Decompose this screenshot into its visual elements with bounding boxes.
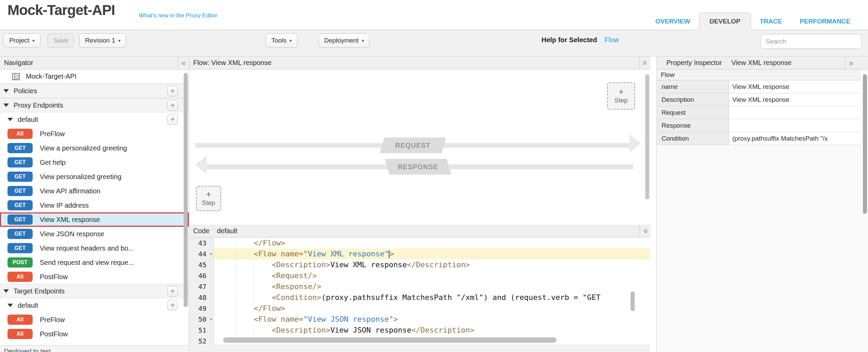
- code-fold-icon[interactable]: ▾: [210, 249, 212, 259]
- code-line-44[interactable]: 44▾<Flow name="View XML response">: [189, 249, 650, 259]
- property-value-field[interactable]: (proxy.pathsuffix MatchesPath "/x: [729, 132, 861, 145]
- nav-row-label: View XML response: [40, 216, 100, 224]
- code-panel-title: Code: [193, 227, 210, 235]
- chevron-down-icon: ▾: [118, 38, 121, 43]
- navigator-header: Navigator «: [0, 57, 189, 69]
- property-label: Description: [657, 93, 729, 106]
- expanded-triangle-icon[interactable]: [7, 304, 13, 307]
- code-line-45[interactable]: 45<Description>View XML response</Descri…: [189, 259, 650, 270]
- expanded-triangle-icon[interactable]: [3, 289, 9, 293]
- expanded-triangle-icon[interactable]: [3, 103, 9, 107]
- nav-row-view-xml-response[interactable]: GETView XML response: [0, 212, 189, 227]
- save-button[interactable]: Save: [48, 33, 74, 48]
- flow-canvas-scrollbar[interactable]: [645, 74, 649, 199]
- code-line-46[interactable]: 46<Request/>: [189, 270, 650, 281]
- help-flow-link[interactable]: Flow: [604, 36, 619, 44]
- nav-row-send-request-and-view-reque[interactable]: POSTSend request and view reque...: [0, 255, 189, 270]
- verb-badge-get: GET: [7, 172, 33, 182]
- search-input[interactable]: [761, 34, 862, 49]
- nav-row-preflow[interactable]: AllPreFlow: [0, 127, 189, 141]
- code-horizontal-scrollbar[interactable]: [223, 337, 556, 343]
- code-vertical-scrollbar[interactable]: [631, 291, 635, 311]
- nav-row-view-json-response[interactable]: GETView JSON response: [0, 227, 189, 241]
- verb-badge-post: POST: [7, 257, 33, 268]
- nav-row-get-help[interactable]: GETGet help: [0, 155, 189, 170]
- inspector-scrollbar[interactable]: [863, 74, 867, 214]
- nav-row-label: default: [18, 302, 38, 309]
- expanded-triangle-icon[interactable]: [7, 118, 13, 121]
- nav-row-mock-target-api[interactable]: Mock-Target-API: [0, 69, 189, 84]
- main-area: Navigator « Mock-Target-APIPolicies+Prox…: [0, 57, 868, 352]
- collapse-navigator-icon[interactable]: «: [178, 57, 189, 69]
- code-token: View JSON response: [330, 326, 411, 334]
- deployment-menu-label: Deployment: [324, 37, 358, 44]
- expanded-triangle-icon[interactable]: [3, 89, 9, 93]
- nav-row-proxy-endpoints[interactable]: Proxy Endpoints+: [0, 98, 189, 112]
- chevron-down-icon: ▾: [289, 38, 292, 43]
- code-editor[interactable]: 43</Flow>44▾<Flow name="View XML respons…: [189, 238, 650, 345]
- nav-row-view-request-headers-and-bo[interactable]: GETView request headers and bo...: [0, 241, 189, 255]
- code-line-48[interactable]: 48<Condition>(proxy.pathsuffix MatchesPa…: [189, 292, 650, 303]
- property-value-field[interactable]: View XML response: [729, 93, 861, 106]
- line-number: 44▾: [189, 249, 214, 259]
- property-value-field[interactable]: [729, 106, 861, 119]
- collapse-code-panel-icon[interactable]: «: [639, 225, 650, 237]
- add-default-button[interactable]: +: [167, 114, 178, 125]
- property-value-field[interactable]: View XML response: [729, 80, 861, 93]
- nav-row-default[interactable]: default+: [0, 112, 189, 127]
- property-value-field[interactable]: [729, 119, 861, 132]
- add-policies-button[interactable]: +: [167, 86, 178, 96]
- nav-row-postflow[interactable]: AllPostFlow: [0, 270, 189, 284]
- nav-row-view-personalized-greeting[interactable]: GETView personalized greeting: [0, 170, 189, 184]
- verb-badge-all: All: [7, 129, 33, 139]
- property-inspector-header: Property Inspector View XML response »: [657, 57, 868, 69]
- code-line-50[interactable]: 50▾<Flow name="View JSON response">: [189, 314, 650, 325]
- tab-performance[interactable]: PERFORMANCE: [791, 13, 859, 30]
- request-arrowhead: [629, 134, 641, 153]
- revision-menu-button[interactable]: Revision 1 ▾: [79, 33, 126, 48]
- nav-row-preflow[interactable]: AllPreFlow: [0, 313, 189, 327]
- add-target-endpoints-button[interactable]: +: [167, 286, 178, 297]
- nav-row-default[interactable]: default+: [0, 298, 189, 313]
- add-default-button[interactable]: +: [167, 300, 178, 310]
- verb-badge-get: GET: [7, 186, 33, 196]
- nav-row-postflow[interactable]: AllPostFlow: [0, 327, 189, 341]
- add-proxy-endpoints-button[interactable]: +: [167, 100, 178, 111]
- tools-menu-button[interactable]: Tools ▾: [266, 33, 298, 48]
- code-line-43[interactable]: 43</Flow>: [189, 238, 650, 249]
- code-endpoint-tab[interactable]: default: [217, 227, 237, 235]
- deployment-menu-button[interactable]: Deployment ▾: [318, 33, 370, 48]
- code-line-51[interactable]: 51<Description>View JSON response</Descr…: [189, 325, 650, 336]
- line-number: 45: [189, 259, 214, 270]
- code-fold-icon[interactable]: ▾: [210, 314, 212, 325]
- nav-row-view-ip-address[interactable]: GETView IP address: [0, 198, 189, 212]
- code-line-content: <Flow name="View JSON response">: [214, 314, 650, 325]
- help-for-selected: Help for Selected Flow: [541, 36, 619, 44]
- column-gap: [650, 57, 656, 352]
- project-menu-button[interactable]: Project ▾: [3, 33, 40, 48]
- nav-row-target-endpoints[interactable]: Target Endpoints+: [0, 284, 189, 298]
- whats-new-link[interactable]: What's new in the Proxy Editor: [139, 12, 217, 19]
- response-banner: RESPONSE: [385, 159, 451, 175]
- add-step-button-request[interactable]: + Step: [607, 82, 635, 110]
- indent-guide: [236, 303, 236, 314]
- nav-row-policies[interactable]: Policies+: [0, 84, 189, 98]
- line-number: 48: [189, 292, 214, 303]
- code-line-49[interactable]: 49</Flow>: [189, 303, 650, 314]
- code-line-47[interactable]: 47<Response/>: [189, 281, 650, 292]
- chevron-down-icon: ▾: [362, 38, 364, 43]
- code-line-content: <Description>View XML response</Descript…: [214, 259, 650, 270]
- navigator-scrollbar[interactable]: [184, 73, 188, 307]
- collapse-inspector-icon[interactable]: »: [846, 57, 856, 69]
- tab-overview[interactable]: OVERVIEW: [647, 13, 699, 30]
- nav-row-label: Policies: [14, 87, 37, 95]
- verb-badge-get: GET: [7, 157, 33, 167]
- nav-row-label: PreFlow: [40, 130, 65, 138]
- nav-row-view-a-personalized-greeting[interactable]: GETView a personalized greeting: [0, 141, 189, 155]
- tab-develop[interactable]: DEVELOP: [699, 13, 751, 30]
- tab-trace[interactable]: TRACE: [751, 13, 791, 30]
- collapse-flow-panel-icon[interactable]: «: [639, 57, 650, 69]
- add-step-button-response[interactable]: + Step: [196, 186, 221, 211]
- verb-badge-get: GET: [7, 200, 33, 210]
- nav-row-view-api-affirmation[interactable]: GETView API affirmation: [0, 184, 189, 198]
